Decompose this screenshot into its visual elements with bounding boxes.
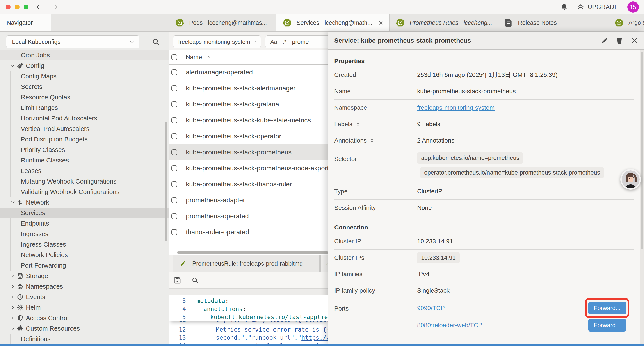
window-close-button[interactable] <box>6 4 10 9</box>
port-link[interactable]: 9090/TCP <box>417 305 445 312</box>
editor-tab[interactable]: PrometheusRule: freeleaps-prod-rabbitmq <box>173 255 320 272</box>
sidebar-item[interactable]: Runtime Classes <box>0 155 169 166</box>
row-checkbox[interactable] <box>172 101 177 107</box>
chevron-right-icon[interactable] <box>10 304 16 311</box>
save-icon[interactable] <box>173 276 182 285</box>
tab-prometheus-rules[interactable]: Prometheus Rules - icecheng... <box>390 14 497 31</box>
table-row[interactable]: kube-prometheus-stack-prometheus-node-ex… <box>169 160 328 176</box>
tab-pods[interactable]: Pods - icecheng@mathmas... <box>169 14 276 31</box>
select-all-checkbox[interactable] <box>172 54 177 60</box>
notifications-bell-icon[interactable] <box>560 3 568 11</box>
table-row[interactable]: kube-prometheus-stack-prometheus <box>169 144 328 160</box>
row-checkbox[interactable] <box>172 85 177 91</box>
chevron-right-icon[interactable] <box>10 273 16 279</box>
user-avatar[interactable] <box>620 169 641 190</box>
row-checkbox[interactable] <box>172 229 177 235</box>
chevron-down-icon[interactable] <box>10 63 16 69</box>
sidebar-item[interactable]: Endpoints <box>0 218 169 229</box>
sidebar-item[interactable]: Ingress Classes <box>0 239 169 250</box>
row-checkbox[interactable] <box>172 117 177 123</box>
sidebar-item[interactable]: Access Control <box>0 313 169 323</box>
sidebar-item[interactable]: Limit Ranges <box>0 102 169 113</box>
sidebar-item[interactable]: Config Maps <box>0 71 169 81</box>
sidebar-item[interactable]: Events <box>0 292 169 302</box>
sidebar-item[interactable]: Config <box>0 60 169 71</box>
sidebar-item[interactable]: Network Policies <box>0 250 169 260</box>
editor-tab-partial[interactable] <box>320 255 328 272</box>
sidebar-item[interactable]: Priority Classes <box>0 145 169 155</box>
sort-ascending-icon[interactable] <box>206 54 212 60</box>
kubeconfig-source-select[interactable]: Local Kubeconfigs <box>6 35 140 48</box>
table-row[interactable]: kube-prometheus-stack-alertmanager <box>169 80 328 96</box>
sidebar-search-icon[interactable] <box>152 38 160 46</box>
row-checkbox[interactable] <box>172 165 177 171</box>
sidebar-item[interactable]: Custom Resources <box>0 323 169 334</box>
window-minimize-button[interactable] <box>15 4 20 9</box>
sidebar-item[interactable]: Secrets <box>0 81 169 92</box>
table-row[interactable]: kube-prometheus-stack-kube-state-metrics <box>169 112 328 128</box>
detail-scrollbar-track[interactable] <box>640 50 644 344</box>
sidebar-item[interactable]: Resource Quotas <box>0 92 169 102</box>
sidebar-item[interactable]: Network <box>0 197 169 208</box>
tab-services[interactable]: Services - icecheng@math... <box>276 14 390 31</box>
table-row[interactable]: alertmanager-operated <box>169 64 328 80</box>
forward-icon[interactable] <box>51 3 59 11</box>
edit-icon[interactable] <box>600 36 608 44</box>
close-icon[interactable] <box>630 36 638 44</box>
row-checkbox[interactable] <box>172 197 177 203</box>
sidebar-item[interactable]: Validating Webhook Configurations <box>0 187 169 197</box>
close-tab-icon[interactable] <box>378 20 384 26</box>
name-column-header[interactable]: Name <box>186 54 202 61</box>
chevron-right-icon[interactable] <box>10 294 16 300</box>
horizontal-scrollbar[interactable] <box>177 251 328 254</box>
row-checkbox[interactable] <box>172 181 177 187</box>
chevron-down-icon[interactable] <box>10 199 16 205</box>
row-checkbox[interactable] <box>172 133 177 139</box>
sidebar-item[interactable]: Mutating Webhook Configurations <box>0 176 169 187</box>
annotations-value[interactable]: 2 Annotations <box>417 137 634 144</box>
forward-button[interactable]: Forward... <box>588 319 626 332</box>
port-link[interactable]: 8080:reloader-web/TCP <box>417 322 482 329</box>
sidebar-item[interactable]: Storage <box>0 271 169 281</box>
sidebar-item[interactable]: Horizontal Pod Autoscalers <box>0 113 169 123</box>
sidebar-item[interactable]: Cron Jobs <box>0 50 169 60</box>
sidebar-item[interactable]: Vertical Pod Autoscalers <box>0 123 169 134</box>
detail-scrollbar-thumb[interactable] <box>641 52 643 249</box>
upgrade-button[interactable]: UPGRADE <box>577 3 618 11</box>
chevron-right-icon[interactable] <box>10 315 16 321</box>
tab-navigator[interactable]: Navigator <box>0 14 51 31</box>
window-zoom-button[interactable] <box>24 4 28 9</box>
yaml-editor[interactable]: 3 metadata: 4 annotations: <box>169 296 328 344</box>
sidebar-item[interactable]: Services <box>0 208 169 218</box>
match-case-toggle[interactable]: Aa <box>270 38 277 45</box>
labels-value[interactable]: 9 Labels <box>417 121 634 128</box>
forward-button[interactable]: Forward... <box>588 302 626 315</box>
row-checkbox[interactable] <box>172 213 177 219</box>
table-row[interactable]: kube-prometheus-stack-operator <box>169 128 328 144</box>
row-checkbox[interactable] <box>172 69 177 75</box>
sidebar-item[interactable]: Ingresses <box>0 229 169 239</box>
namespace-select[interactable]: freeleaps-monitoring-system <box>173 35 261 48</box>
chevron-down-icon[interactable] <box>10 326 16 332</box>
table-row[interactable]: kube-prometheus-stack-grafana <box>169 96 328 112</box>
table-row[interactable]: prometheus-adapter <box>169 192 328 208</box>
tab-argo[interactable]: Argo Se <box>608 14 644 31</box>
back-icon[interactable] <box>36 3 44 11</box>
sidebar-item[interactable]: Port Forwarding <box>0 260 169 271</box>
expander-icon[interactable] <box>355 121 361 127</box>
table-row[interactable]: thanos-ruler-operated <box>169 224 328 240</box>
sidebar-item[interactable]: Leases <box>0 166 169 176</box>
chevron-right-icon[interactable] <box>10 283 16 290</box>
sidebar-item[interactable]: Helm <box>0 302 169 313</box>
delete-icon[interactable] <box>616 36 624 44</box>
tab-release-notes[interactable]: Release Notes <box>497 14 608 31</box>
sidebar-item[interactable]: Pod Disruption Budgets <box>0 134 169 145</box>
notification-count-badge[interactable]: 15 <box>627 1 639 13</box>
expander-icon[interactable] <box>369 138 375 143</box>
sidebar-scrollbar[interactable] <box>165 122 167 241</box>
namespace-link[interactable]: freeleaps-monitoring-system <box>417 104 494 111</box>
table-row[interactable]: prometheus-operated <box>169 208 328 224</box>
sidebar-item[interactable]: Namespaces <box>0 281 169 292</box>
row-checkbox[interactable] <box>172 149 177 155</box>
regex-toggle[interactable]: .* <box>282 38 287 45</box>
